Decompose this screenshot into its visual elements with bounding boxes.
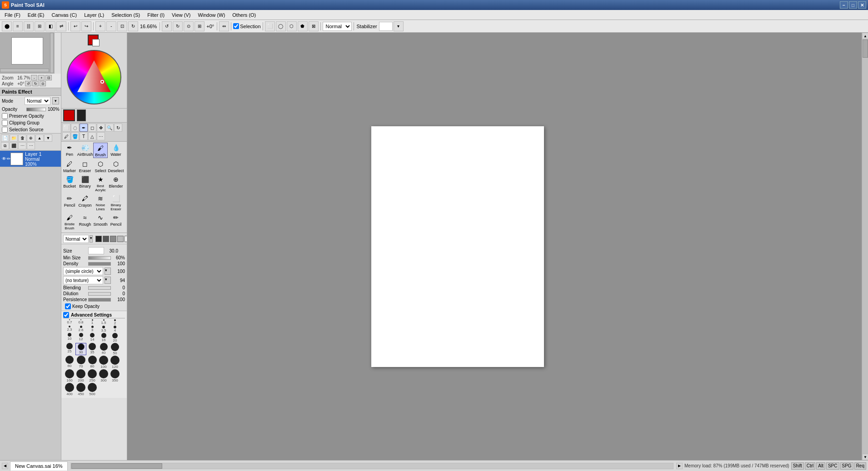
preset-250[interactable]: 250 <box>87 369 98 382</box>
layer-merge-btn[interactable]: ⊕ <box>27 134 35 142</box>
toolbar-zoom-rot-btn[interactable]: ↻ <box>128 21 138 31</box>
select-rect-tool[interactable]: ⬜ <box>62 124 70 132</box>
preset-60[interactable]: 60 <box>64 356 75 369</box>
best-acrylic-tool[interactable]: ★ Best Acrylic <box>93 174 108 193</box>
selection-source-checkbox[interactable] <box>2 127 8 133</box>
preset-3.5[interactable]: 3.5 <box>98 326 109 332</box>
bg-color-swatch[interactable] <box>92 39 100 46</box>
scroll-down-btn[interactable]: ▼ <box>862 454 868 460</box>
angle-reset-btn[interactable]: ⊙ <box>40 81 46 86</box>
shape-select[interactable]: (simple circle) <box>63 267 103 275</box>
preset-16[interactable]: 16 <box>98 333 109 342</box>
noise-lines-tool[interactable]: ≋ Noise Lines <box>93 193 108 212</box>
layer-mask-btn[interactable]: ⬛ <box>10 142 18 149</box>
toolbar-zoom-fit-btn[interactable]: ⊡ <box>117 21 127 31</box>
size-mult-input[interactable]: x1.0 <box>88 247 104 254</box>
toolbar-hlines-btn[interactable]: ≡ <box>13 21 23 31</box>
preset-1[interactable]: 1 <box>87 319 98 325</box>
preset-2.3[interactable]: 2.3 <box>64 326 75 332</box>
advanced-settings-header[interactable]: Advanced Settings <box>63 312 125 318</box>
h-scroll-thumb[interactable] <box>71 463 162 469</box>
menu-view[interactable]: View (V) <box>168 10 194 20</box>
preset-120[interactable]: 120 <box>110 356 120 369</box>
layer-down-btn[interactable]: ▼ <box>44 134 52 142</box>
bucket-brush-tool[interactable]: 🪣 Bucket <box>62 174 77 193</box>
close-button[interactable]: ✕ <box>858 1 866 9</box>
select-tool[interactable]: ⬡ Select <box>93 159 108 174</box>
h-scroll-left-btn[interactable]: ◀ <box>2 463 8 469</box>
toolbar-grid-btn[interactable]: ⊞ <box>35 21 45 31</box>
pen-tool[interactable]: ✒ <box>80 124 88 132</box>
layer-extra2-btn[interactable]: ⋯ <box>27 142 35 149</box>
toolbar-sel1[interactable]: ⬜ <box>265 21 275 31</box>
eraser-tool[interactable]: ◻ <box>88 124 96 132</box>
zoom-fit-btn[interactable]: ⊡ <box>45 75 52 80</box>
color-chip-4[interactable] <box>117 236 124 242</box>
toolbar-stab-btn[interactable]: ▾ <box>394 21 404 31</box>
text-tool[interactable]: T <box>80 132 88 140</box>
toolbar-view-btn[interactable]: ◧ <box>45 21 55 31</box>
active-color-swatch[interactable] <box>63 109 75 121</box>
preset-70[interactable]: 70 <box>75 356 86 369</box>
toolbar-rot2-btn[interactable]: ↻ <box>173 21 183 31</box>
water-tool[interactable]: 💧 Water <box>109 143 123 158</box>
toolbar-sel4[interactable]: ⬟ <box>298 21 308 31</box>
preset-1.5[interactable]: 1.5 <box>98 319 109 325</box>
preset-30[interactable]: 30 <box>75 343 86 355</box>
preset-40[interactable]: 40 <box>98 343 109 355</box>
canvas-area[interactable] <box>127 33 862 460</box>
preset-200[interactable]: 200 <box>75 369 86 382</box>
zoom-tool[interactable]: 🔍 <box>105 124 114 132</box>
extra-tool[interactable]: ⋯ <box>97 132 105 140</box>
preset-12[interactable]: 12 <box>75 333 86 342</box>
preset-2[interactable]: 2 <box>110 319 120 325</box>
toolbar-rot3-btn[interactable]: ⊙ <box>184 21 194 31</box>
pencil2-tool[interactable]: ✏ Pencil <box>109 213 123 231</box>
scroll-track[interactable] <box>862 39 868 454</box>
toolbar-mirror-btn[interactable]: ⇌ <box>56 21 66 31</box>
menu-layer[interactable]: Layer (L) <box>80 10 108 20</box>
toolbar-vlines-btn[interactable]: ||| <box>24 21 34 31</box>
layer-copy-btn[interactable]: ⧉ <box>1 142 9 149</box>
toolbar-undo-btn[interactable]: ↩ <box>70 21 80 31</box>
zoom-plus-btn[interactable]: + <box>38 75 45 80</box>
texture-btn[interactable]: ▾ <box>105 277 111 284</box>
menu-edit[interactable]: Edit (E) <box>24 10 48 20</box>
menu-others[interactable]: Others (O) <box>229 10 259 20</box>
marker-tool[interactable]: 🖊 Marker <box>62 159 77 174</box>
preset-450[interactable]: 450 <box>75 383 86 396</box>
secondary-color-swatch[interactable] <box>77 109 86 121</box>
preset-10[interactable]: 10 <box>64 333 75 342</box>
preset-160[interactable]: 160 <box>64 369 75 382</box>
minimap-vscroll[interactable] <box>50 33 54 73</box>
preset-35[interactable]: 35 <box>87 343 98 355</box>
brush-mode-btn[interactable]: ▾ <box>90 235 93 243</box>
h-scrollbar[interactable] <box>70 463 673 469</box>
color-wheel-container[interactable] <box>67 50 121 104</box>
shape-btn[interactable]: ▾ <box>105 268 111 275</box>
preset-300[interactable]: 300 <box>98 369 109 382</box>
rotate-tool[interactable]: ↻ <box>114 124 122 132</box>
preset-500[interactable]: 500 <box>87 383 98 396</box>
canvas-tab[interactable]: New Canvas.sai 16% <box>10 461 68 471</box>
menu-window[interactable]: Window (W) <box>194 10 229 20</box>
selection-checkbox[interactable] <box>233 23 239 29</box>
menu-filter[interactable]: Filter (I) <box>144 10 168 20</box>
layer-extra1-btn[interactable]: ⋯ <box>18 142 26 149</box>
advanced-settings-checkbox[interactable] <box>63 312 69 318</box>
toolbar-redo-btn[interactable]: ↪ <box>81 21 91 31</box>
zoom-minus-btn[interactable]: - <box>31 75 37 80</box>
airbrush-tool[interactable]: 💨 AirBrush <box>78 143 92 158</box>
blender-tool[interactable]: ⊕ Blender <box>109 174 123 193</box>
preserve-opacity-checkbox[interactable] <box>2 113 8 119</box>
brush-mode-select[interactable]: Normal Multiply Screen <box>63 235 89 243</box>
density-slider[interactable] <box>88 262 111 266</box>
scroll-up-btn[interactable]: ▲ <box>862 33 868 39</box>
menu-file[interactable]: File (F) <box>1 10 24 20</box>
layer-lock-icon[interactable]: ✏ <box>7 156 10 161</box>
preset-14[interactable]: 14 <box>87 333 98 342</box>
preset-50[interactable]: 50 <box>110 343 120 355</box>
h-scroll-right-btn[interactable]: ▶ <box>676 463 683 469</box>
preset-350[interactable]: 350 <box>110 369 120 382</box>
move-tool[interactable]: ✥ <box>97 124 105 132</box>
